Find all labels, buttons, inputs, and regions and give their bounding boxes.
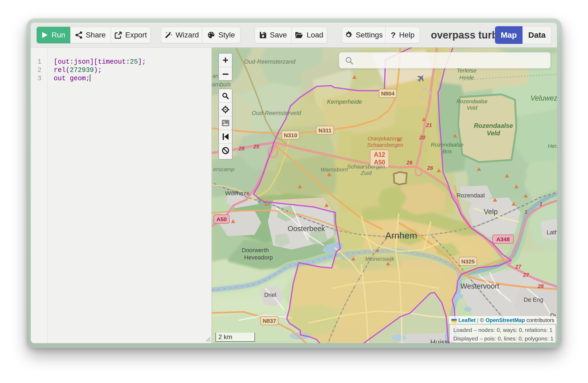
svg-text:N325: N325: [461, 258, 475, 265]
svg-text:Rozendaalse: Rozendaalse: [457, 98, 488, 104]
svg-text:N310: N310: [284, 132, 297, 138]
svg-text:A50: A50: [216, 216, 227, 222]
svg-text:Kemperheide: Kemperheide: [327, 98, 362, 105]
svg-text:Schaarsbergen: Schaarsbergen: [367, 142, 403, 148]
svg-text:Veluwez: Veluwez: [530, 94, 557, 102]
svg-text:De Eng: De Eng: [524, 296, 543, 303]
svg-text:N837: N837: [263, 318, 276, 324]
svg-text:Rozendaalse: Rozendaalse: [431, 141, 464, 148]
svg-text:Veld: Veld: [487, 129, 500, 137]
svg-text:ambuis: ambuis: [212, 81, 231, 88]
svg-text:A348: A348: [496, 236, 510, 242]
svg-text:Doorwerth: Doorwerth: [242, 247, 269, 254]
svg-text:26: 26: [427, 165, 433, 171]
svg-text:Zuid: Zuid: [361, 170, 372, 176]
svg-text:Lathu: Lathu: [547, 229, 557, 236]
svg-text:Driel: Driel: [264, 292, 276, 298]
svg-text:N804: N804: [381, 90, 395, 97]
svg-text:25: 25: [253, 144, 260, 150]
svg-text:Schaarsbergen: Schaarsbergen: [347, 163, 385, 170]
svg-text:28: 28: [537, 283, 544, 289]
svg-text:Rozendaalse: Rozendaalse: [474, 122, 513, 129]
svg-text:Heide: Heide: [459, 74, 474, 81]
svg-text:N311: N311: [318, 127, 331, 133]
svg-text:Oosterbeek: Oosterbeek: [288, 225, 325, 233]
svg-text:27: 27: [523, 272, 529, 278]
svg-text:Veld: Veld: [467, 105, 477, 111]
svg-text:Rozendaal: Rozendaal: [457, 192, 485, 199]
svg-text:25: 25: [238, 145, 245, 151]
svg-text:Oranjekazerne: Oranjekazerne: [368, 136, 403, 141]
svg-text:Arnhem: Arnhem: [385, 230, 417, 240]
svg-text:26: 26: [406, 160, 413, 166]
svg-text:Oud-Reemsterveld: Oud-Reemsterveld: [252, 110, 301, 116]
svg-text:20: 20: [419, 135, 425, 140]
svg-text:Heveadorp: Heveadorp: [244, 254, 273, 261]
svg-text:1: 1: [539, 201, 542, 207]
svg-text:Velp: Velp: [484, 208, 498, 216]
svg-text:Warnsborn: Warnsborn: [320, 166, 348, 173]
svg-text:Westervoort: Westervoort: [460, 282, 499, 290]
svg-text:27: 27: [515, 264, 521, 270]
svg-text:21: 21: [426, 122, 432, 128]
svg-text:1: 1: [524, 209, 527, 215]
svg-text:Wolfheze: Wolfheze: [225, 190, 249, 197]
svg-text:erscamp: erscamp: [213, 166, 235, 172]
svg-text:A12: A12: [374, 151, 385, 158]
svg-text:Bos: Bos: [442, 148, 452, 154]
svg-text:Heri: Heri: [548, 143, 557, 149]
svg-text:Meinerswijk: Meinerswijk: [365, 256, 395, 262]
svg-text:Oud-Reemsterzand: Oud-Reemsterzand: [244, 58, 296, 65]
